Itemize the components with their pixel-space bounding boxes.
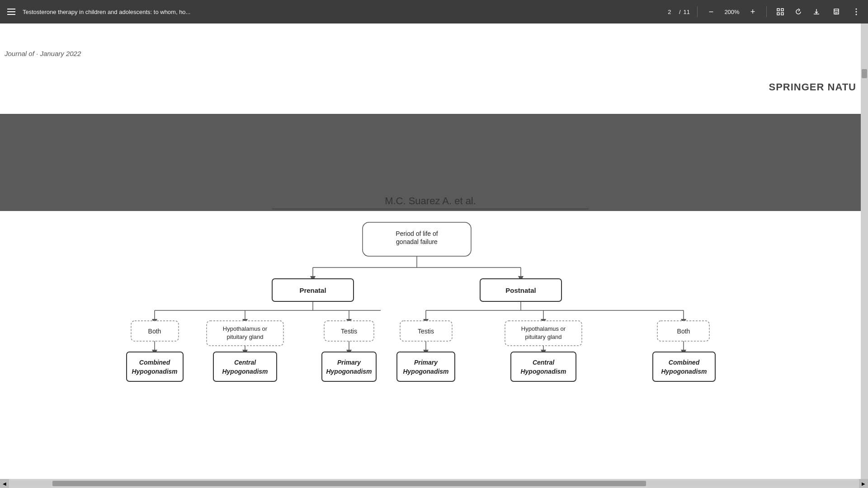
scrollbar-track[interactable] xyxy=(10,481,858,486)
prenatal-node-label: Prenatal xyxy=(299,286,326,294)
diagram-svg: Period of life of gonadal failure Prenat… xyxy=(14,218,847,389)
date-text: Journal of · January 2022 xyxy=(5,50,81,57)
svg-rect-3 xyxy=(781,13,783,15)
combined-hypo-right-label: Combined xyxy=(669,359,700,366)
central-hypo-left-label: Central xyxy=(234,359,256,366)
root-node-label: Period of life of xyxy=(396,230,438,237)
diagram: Period of life of gonadal failure Prenat… xyxy=(14,218,847,389)
pre-both-label: Both xyxy=(148,328,161,335)
content-area: Journal of · January 2022 SPRINGER NATU … xyxy=(0,23,868,488)
svg-rect-29 xyxy=(127,352,183,381)
page-separator: / xyxy=(679,9,681,15)
svg-point-7 xyxy=(856,14,857,15)
svg-rect-0 xyxy=(777,9,779,11)
svg-rect-48 xyxy=(397,352,455,381)
right-scrollbar-thumb[interactable] xyxy=(862,69,867,78)
postnatal-node-label: Postnatal xyxy=(505,286,536,294)
zoom-out-button[interactable]: − xyxy=(705,5,717,18)
svg-text:gonadal failure: gonadal failure xyxy=(396,238,438,245)
zoom-level: 200% xyxy=(723,9,741,15)
svg-text:Hypothalamus or: Hypothalamus or xyxy=(521,325,566,332)
page-navigation: / 11 xyxy=(663,9,690,15)
svg-text:Hypothalamus or: Hypothalamus or xyxy=(223,325,268,332)
primary-hypo-right-label: Primary xyxy=(414,359,438,366)
divider-1 xyxy=(697,6,698,17)
zoom-in-button[interactable]: + xyxy=(746,5,759,18)
svg-rect-31 xyxy=(213,352,277,381)
scroll-right-button[interactable]: ▶ xyxy=(859,479,868,488)
svg-rect-2 xyxy=(777,13,779,15)
springer-logo: SPRINGER NATU xyxy=(769,81,857,93)
svg-text:Hypogonadism: Hypogonadism xyxy=(222,368,268,375)
rotate-button[interactable] xyxy=(792,5,805,18)
print-button[interactable] xyxy=(830,5,843,18)
svg-point-6 xyxy=(856,11,857,13)
bottom-scrollbar[interactable]: ◀ ▶ xyxy=(0,479,868,488)
pre-testis-label: Testis xyxy=(341,328,357,335)
svg-rect-1 xyxy=(781,9,783,11)
svg-rect-52 xyxy=(653,352,715,381)
more-options-button[interactable] xyxy=(850,5,863,18)
combined-hypo-left-label: Combined xyxy=(139,359,170,366)
svg-text:Hypogonadism: Hypogonadism xyxy=(661,368,707,375)
svg-text:Hypogonadism: Hypogonadism xyxy=(326,368,372,375)
svg-text:pituitary gland: pituitary gland xyxy=(227,333,264,340)
primary-hypo-left-label: Primary xyxy=(337,359,361,366)
toolbar: Testosterone therapy in children and ado… xyxy=(0,0,868,23)
svg-rect-33 xyxy=(322,352,376,381)
author-line: M.C. Suarez A. et al. xyxy=(0,195,861,209)
page-total: 11 xyxy=(684,9,690,15)
document-page: Journal of · January 2022 SPRINGER NATU … xyxy=(0,23,861,479)
fit-page-button[interactable] xyxy=(774,5,787,18)
scrollbar-thumb[interactable] xyxy=(52,481,646,486)
download-button[interactable] xyxy=(810,5,823,18)
right-scrollbar[interactable] xyxy=(861,23,868,479)
svg-text:pituitary gland: pituitary gland xyxy=(525,333,562,340)
post-testis-label: Testis xyxy=(418,328,434,335)
document-title: Testosterone therapy in children and ado… xyxy=(23,9,657,15)
scroll-left-button[interactable]: ◀ xyxy=(0,479,9,488)
svg-text:Hypogonadism: Hypogonadism xyxy=(520,368,566,375)
toolbar-right-actions xyxy=(810,5,863,18)
central-hypo-right-label: Central xyxy=(533,359,555,366)
divider-2 xyxy=(766,6,767,17)
post-both-label: Both xyxy=(677,328,690,335)
menu-icon[interactable] xyxy=(5,7,17,17)
svg-point-5 xyxy=(856,9,857,10)
svg-text:Hypogonadism: Hypogonadism xyxy=(403,368,448,375)
svg-rect-50 xyxy=(511,352,576,381)
page-number-input[interactable] xyxy=(663,9,676,15)
svg-text:Hypogonadism: Hypogonadism xyxy=(132,368,177,375)
